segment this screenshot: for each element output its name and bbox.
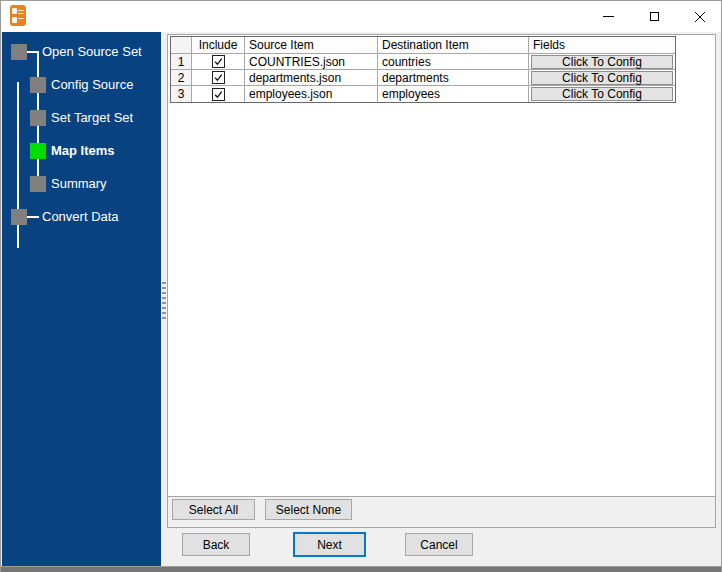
include-checkbox[interactable] <box>212 55 225 68</box>
cancel-button[interactable]: Cancel <box>405 533 473 556</box>
grid-background: Include Source Item Destination Item Fie… <box>168 35 715 497</box>
back-button[interactable]: Back <box>182 533 250 556</box>
step-marker-summary[interactable] <box>30 176 46 192</box>
maximize-button[interactable] <box>631 1 677 32</box>
step-label-config-source[interactable]: Config Source <box>51 77 133 93</box>
step-marker-map-items[interactable] <box>30 143 46 159</box>
source-item-cell[interactable]: employees.json <box>245 86 378 102</box>
destination-item-cell[interactable]: employees <box>378 86 529 102</box>
close-icon <box>694 11 706 23</box>
header-fields[interactable]: Fields <box>529 37 675 54</box>
table-header-row: Include Source Item Destination Item Fie… <box>171 37 675 54</box>
step-label-convert-data[interactable]: Convert Data <box>42 209 119 225</box>
source-item-cell[interactable]: departments.json <box>245 70 378 86</box>
app-icon-doc-glyph <box>12 8 17 14</box>
select-all-button[interactable]: Select All <box>172 499 255 520</box>
tree-connector-horizontal-bottom <box>26 216 39 218</box>
step-marker-config-source[interactable] <box>30 77 46 93</box>
app-icon-doc-glyph <box>12 17 17 23</box>
include-cell <box>192 86 245 102</box>
maximize-icon <box>650 12 659 21</box>
step-label-set-target-set[interactable]: Set Target Set <box>51 110 133 126</box>
include-checkbox[interactable] <box>212 71 225 84</box>
step-label-summary[interactable]: Summary <box>51 176 107 192</box>
click-to-config-button[interactable]: Click To Config <box>531 87 673 101</box>
row-number-cell[interactable]: 2 <box>171 70 192 86</box>
checkmark-icon <box>213 88 224 101</box>
step-label-map-items[interactable]: Map Items <box>51 143 115 159</box>
include-checkbox[interactable] <box>212 88 225 101</box>
next-button[interactable]: Next <box>293 532 366 557</box>
destination-item-cell[interactable]: departments <box>378 70 529 86</box>
checkmark-icon <box>213 71 224 84</box>
mapping-table: Include Source Item Destination Item Fie… <box>170 36 676 103</box>
include-cell <box>192 54 245 70</box>
include-cell <box>192 70 245 86</box>
step-marker-open-source-set[interactable] <box>11 44 27 60</box>
select-none-button[interactable]: Select None <box>265 499 352 520</box>
table-row: 2 departments.json departments Click To <box>171 70 675 86</box>
row-number-cell[interactable]: 1 <box>171 54 192 70</box>
titlebar <box>1 1 721 32</box>
app-icon-text-glyph <box>18 10 24 11</box>
click-to-config-button[interactable]: Click To Config <box>531 55 673 69</box>
map-items-panel: Include Source Item Destination Item Fie… <box>167 34 716 528</box>
fields-cell: Click To Config <box>529 70 675 86</box>
window-bottom-border <box>1 566 722 572</box>
close-button[interactable] <box>677 1 722 32</box>
header-source-item[interactable]: Source Item <box>245 37 378 54</box>
table-row: 1 COUNTRIES.json countries Click To Conf <box>171 54 675 70</box>
step-marker-set-target-set[interactable] <box>30 110 46 126</box>
app-window: Open Source Set Config Source Set Target… <box>0 0 722 572</box>
app-icon <box>10 5 26 26</box>
splitter-grip-icon <box>162 282 166 320</box>
header-corner-cell <box>171 37 192 54</box>
fields-cell: Click To Config <box>529 86 675 102</box>
step-label-open-source-set[interactable]: Open Source Set <box>42 44 142 60</box>
header-destination-item[interactable]: Destination Item <box>378 37 529 54</box>
step-marker-convert-data[interactable] <box>11 209 27 225</box>
tree-connector-horizontal-top <box>26 51 39 53</box>
destination-item-cell[interactable]: countries <box>378 54 529 70</box>
click-to-config-button[interactable]: Click To Config <box>531 71 673 85</box>
table-row: 3 employees.json employees Click To Conf <box>171 86 675 102</box>
header-include[interactable]: Include <box>192 37 245 54</box>
fields-cell: Click To Config <box>529 54 675 70</box>
row-number-cell[interactable]: 3 <box>171 86 192 102</box>
minimize-button[interactable] <box>585 1 631 32</box>
window-content: Open Source Set Config Source Set Target… <box>1 32 722 567</box>
source-item-cell[interactable]: COUNTRIES.json <box>245 54 378 70</box>
minimize-icon <box>603 16 614 17</box>
checkmark-icon <box>213 55 224 68</box>
wizard-steps-sidebar: Open Source Set Config Source Set Target… <box>2 32 161 567</box>
